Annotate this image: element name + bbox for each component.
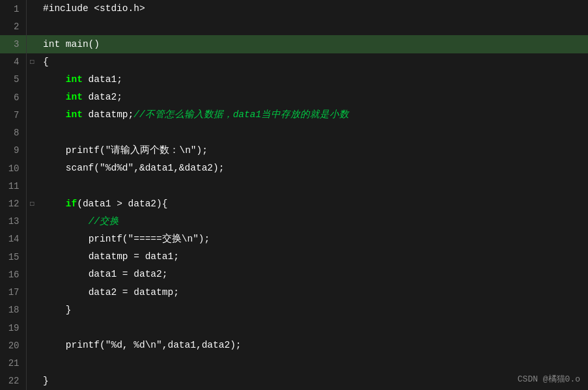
table-row: 13 //交换 <box>0 213 588 230</box>
line-number: 14 <box>0 230 26 248</box>
line-code <box>38 319 588 337</box>
line-code: #include <stdio.h> <box>38 0 588 18</box>
line-code: int data2; <box>38 89 588 106</box>
table-row: 8 <box>0 124 588 142</box>
line-number: 19 <box>0 319 26 337</box>
line-code <box>38 354 588 372</box>
table-row: 7 int datatmp;//不管怎么输入数据，data1当中存放的就是小数 <box>0 106 588 124</box>
line-code: int datatmp;//不管怎么输入数据，data1当中存放的就是小数 <box>38 106 588 124</box>
line-code: //交换 <box>38 213 588 230</box>
line-number: 2 <box>0 18 26 35</box>
line-number: 20 <box>0 337 26 354</box>
table-row: 3int main() <box>0 35 588 53</box>
line-number: 7 <box>0 106 26 124</box>
line-number: 18 <box>0 301 26 319</box>
line-number: 22 <box>0 372 26 390</box>
line-number: 12 <box>0 195 26 212</box>
line-gutter <box>26 35 38 53</box>
code-table: 1#include <stdio.h>2 3int main()4□{5 int… <box>0 0 588 390</box>
line-number: 3 <box>0 35 26 53</box>
line-gutter <box>26 337 38 354</box>
line-code: data2 = datatmp; <box>38 284 588 301</box>
line-gutter <box>26 372 38 390</box>
table-row: 15 datatmp = data1; <box>0 248 588 266</box>
line-gutter <box>26 71 38 89</box>
line-number: 8 <box>0 124 26 142</box>
line-number: 17 <box>0 284 26 301</box>
line-gutter <box>26 248 38 266</box>
line-code: datatmp = data1; <box>38 248 588 266</box>
table-row: 12□ if(data1 > data2){ <box>0 195 588 212</box>
line-gutter[interactable]: □ <box>26 195 38 212</box>
line-number: 21 <box>0 354 26 372</box>
line-code <box>38 124 588 142</box>
line-number: 13 <box>0 213 26 230</box>
table-row: 17 data2 = datatmp; <box>0 284 588 301</box>
line-gutter <box>26 0 38 18</box>
line-number: 9 <box>0 142 26 160</box>
line-gutter <box>26 142 38 160</box>
table-row: 19 <box>0 319 588 337</box>
line-gutter <box>26 160 38 177</box>
line-number: 15 <box>0 248 26 266</box>
line-code: } <box>38 301 588 319</box>
code-editor: 1#include <stdio.h>2 3int main()4□{5 int… <box>0 0 588 390</box>
watermark: CSDN @橘猫0.o <box>518 373 580 385</box>
table-row: 16 data1 = data2; <box>0 266 588 283</box>
line-gutter <box>26 124 38 142</box>
line-gutter <box>26 18 38 35</box>
line-code: { <box>38 53 588 71</box>
table-row: 22} <box>0 372 588 390</box>
table-row: 18 } <box>0 301 588 319</box>
line-gutter <box>26 177 38 195</box>
line-code <box>38 18 588 35</box>
line-gutter <box>26 89 38 106</box>
table-row: 5 int data1; <box>0 71 588 89</box>
line-gutter <box>26 266 38 283</box>
line-code: int data1; <box>38 71 588 89</box>
line-code: } <box>38 372 588 390</box>
line-gutter <box>26 213 38 230</box>
line-gutter <box>26 301 38 319</box>
line-gutter[interactable]: □ <box>26 53 38 71</box>
line-gutter <box>26 106 38 124</box>
table-row: 4□{ <box>0 53 588 71</box>
table-row: 2 <box>0 18 588 35</box>
line-number: 1 <box>0 0 26 18</box>
table-row: 1#include <stdio.h> <box>0 0 588 18</box>
table-row: 9 printf("请输入两个数：\n"); <box>0 142 588 160</box>
line-number: 5 <box>0 71 26 89</box>
line-gutter <box>26 354 38 372</box>
line-number: 6 <box>0 89 26 106</box>
table-row: 11 <box>0 177 588 195</box>
line-code: if(data1 > data2){ <box>38 195 588 212</box>
line-code: data1 = data2; <box>38 266 588 283</box>
table-row: 21 <box>0 354 588 372</box>
line-code: printf("请输入两个数：\n"); <box>38 142 588 160</box>
line-gutter <box>26 319 38 337</box>
line-code: scanf("%d%d",&data1,&data2); <box>38 160 588 177</box>
line-number: 16 <box>0 266 26 283</box>
line-number: 11 <box>0 177 26 195</box>
line-gutter <box>26 230 38 248</box>
line-number: 4 <box>0 53 26 71</box>
table-row: 14 printf("=====交换\n"); <box>0 230 588 248</box>
line-code <box>38 177 588 195</box>
table-row: 20 printf("%d, %d\n",data1,data2); <box>0 337 588 354</box>
table-row: 10 scanf("%d%d",&data1,&data2); <box>0 160 588 177</box>
line-number: 10 <box>0 160 26 177</box>
line-gutter <box>26 284 38 301</box>
table-row: 6 int data2; <box>0 89 588 106</box>
line-code: printf("%d, %d\n",data1,data2); <box>38 337 588 354</box>
line-code: int main() <box>38 35 588 53</box>
line-code: printf("=====交换\n"); <box>38 230 588 248</box>
